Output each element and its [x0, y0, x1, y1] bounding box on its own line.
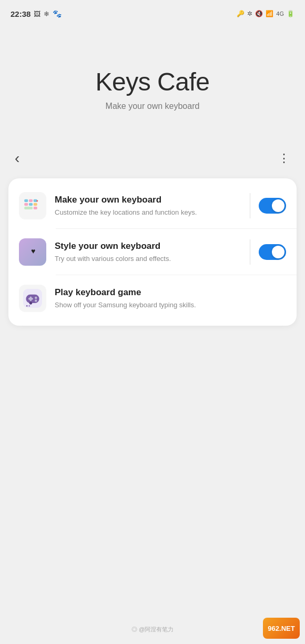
style-keyboard-toggle[interactable]	[259, 244, 286, 260]
back-button[interactable]: ‹	[11, 147, 24, 170]
style-keyboard-icon: 🎨 ♥	[19, 238, 46, 266]
svg-rect-7	[34, 207, 37, 209]
svg-rect-15	[28, 298, 33, 300]
status-right: 🔑 ✲ 🔇 📶 4G 🔋	[237, 10, 294, 17]
mute-status-icon: 🔇	[255, 10, 263, 17]
play-game-item[interactable]: Play keyboard game Show off your Samsung…	[8, 275, 297, 321]
svg-text:♥: ♥	[36, 199, 38, 203]
battery-status-icon: 🔋	[287, 10, 294, 17]
bluetooth-status-icon: ✲	[247, 10, 252, 17]
app-subtitle: Make your own keyboard	[106, 102, 200, 111]
make-keyboard-desc: Customize the key locations and function…	[55, 208, 241, 217]
svg-point-20	[28, 305, 30, 307]
make-keyboard-icon: ♥	[19, 192, 46, 219]
make-keyboard-content: Make your own keyboard Customize the key…	[55, 194, 241, 217]
style-keyboard-divider	[250, 239, 250, 265]
make-keyboard-divider	[250, 193, 250, 218]
app-title: Keys Cafe	[96, 67, 210, 96]
make-keyboard-toggle[interactable]	[259, 198, 286, 214]
make-keyboard-toggle-track	[259, 198, 286, 214]
svg-rect-1	[29, 199, 33, 202]
svg-rect-6	[24, 207, 33, 209]
style-keyboard-content: Style your own keyboard Try out with var…	[55, 240, 241, 264]
svg-point-16	[35, 297, 37, 299]
signal-status-icon: 4G	[276, 11, 284, 17]
svg-rect-4	[29, 203, 33, 206]
more-options-button[interactable]: ⋮	[274, 148, 294, 168]
nav-bar: ‹ ⋮	[0, 143, 305, 178]
svg-rect-3	[24, 203, 28, 206]
watermark: ◎ @阿涅有笔力	[131, 626, 174, 633]
style-keyboard-toggle-track	[259, 244, 286, 260]
svg-rect-0	[24, 199, 28, 202]
snowflake-status-icon: ❄	[44, 10, 49, 18]
svg-point-17	[35, 299, 37, 302]
site-badge: 962.NET	[263, 618, 300, 639]
wifi-status-icon: 📶	[266, 10, 273, 17]
make-keyboard-item[interactable]: ♥ Make your own keyboard Customize the k…	[8, 183, 297, 229]
hero-section: Keys Cafe Make your own keyboard	[0, 25, 305, 143]
make-keyboard-toggle-thumb	[272, 199, 284, 212]
play-game-content: Play keyboard game Show off your Samsung…	[55, 287, 286, 310]
wechat-status-icon: 🐾	[53, 9, 62, 18]
image-status-icon: 🖼	[34, 10, 40, 18]
style-keyboard-toggle-thumb	[272, 246, 284, 258]
status-time: 22:38	[11, 9, 30, 18]
status-bar: 22:38 🖼 ❄ 🐾 🔑 ✲ 🔇 📶 4G 🔋	[0, 0, 305, 25]
style-keyboard-item[interactable]: 🎨 ♥ Style your own keyboard Try out with…	[8, 229, 297, 275]
feature-card: ♥ Make your own keyboard Customize the k…	[8, 178, 297, 326]
style-keyboard-title: Style your own keyboard	[55, 240, 241, 252]
style-keyboard-desc: Try out with various colors and effects.	[55, 254, 241, 264]
play-game-desc: Show off your Samsung keyboard typing sk…	[55, 300, 286, 310]
status-left: 22:38 🖼 ❄ 🐾	[11, 9, 62, 18]
svg-point-19	[26, 305, 28, 307]
svg-text:♥: ♥	[31, 247, 35, 255]
svg-point-18	[29, 301, 32, 304]
play-game-title: Play keyboard game	[55, 287, 286, 298]
play-game-icon	[19, 285, 46, 312]
make-keyboard-title: Make your own keyboard	[55, 194, 241, 206]
key-status-icon: 🔑	[237, 10, 245, 17]
svg-rect-5	[34, 203, 37, 206]
